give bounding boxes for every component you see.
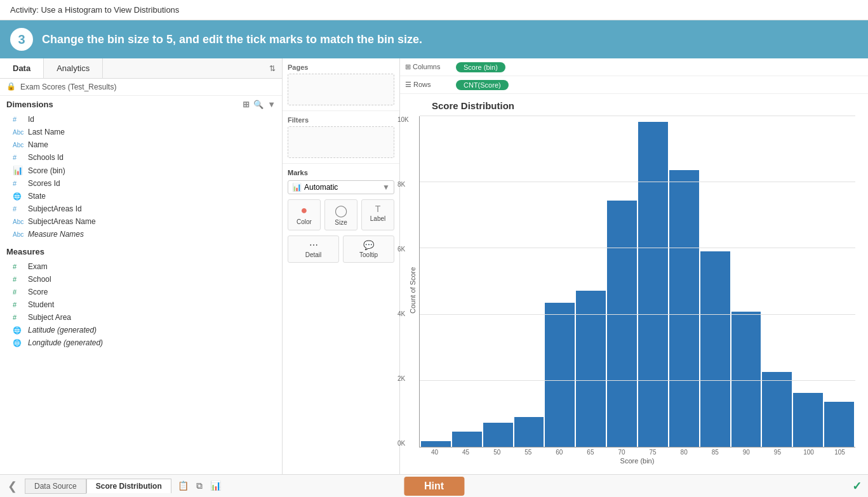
color-label: Color	[297, 218, 312, 225]
field-subjectarea[interactable]: # Subject Area	[0, 311, 282, 324]
abc-icon-3: Abc	[13, 218, 24, 225]
field-state[interactable]: 🌐 State	[0, 190, 282, 202]
field-measurenames[interactable]: Abc Measure Names	[0, 228, 282, 241]
tab-icons: 📋 ⧉ 📊	[175, 479, 224, 493]
field-student[interactable]: # Student	[0, 298, 282, 311]
color-btn[interactable]: ● Color	[288, 199, 321, 230]
chart-plot: 0K2K4K6K8K10K	[419, 116, 855, 447]
field-subjectarea-label: Subject Area	[28, 313, 71, 322]
hint-button[interactable]: Hint	[404, 477, 464, 496]
x-label-80: 80	[669, 449, 700, 456]
filters-section: Filters	[283, 111, 399, 164]
label-btn[interactable]: T Label	[361, 199, 394, 230]
field-schoolsid-label: Schools Id	[28, 153, 63, 162]
columns-pill[interactable]: Score (bin)	[456, 62, 505, 72]
x-label-100: 100	[793, 449, 824, 456]
hash-green-icon-3: #	[13, 288, 24, 296]
field-longitude[interactable]: 🌐 Longitude (generated)	[0, 336, 282, 349]
panel-tabs: Data Analytics ⇅	[0, 58, 282, 79]
field-scoresid-label: Scores Id	[28, 179, 60, 188]
field-exam-label: Exam	[28, 262, 48, 271]
field-longitude-label: Longitude (generated)	[28, 338, 103, 347]
gridline-1	[420, 380, 855, 381]
marks-type-dropdown[interactable]: 📊 Automatic ▼	[288, 180, 394, 194]
globe-icon-2: 🌐	[13, 326, 24, 335]
x-axis-title: Score (bin)	[419, 457, 855, 465]
measures-header: Measures	[0, 243, 282, 260]
tooltip-label: Tooltip	[359, 251, 378, 258]
x-label-50: 50	[481, 449, 512, 456]
data-source-tab[interactable]: Data Source	[25, 479, 86, 494]
field-scoresid[interactable]: # Scores Id	[0, 177, 282, 190]
bar-chart-icon: 📊	[292, 183, 302, 192]
field-subjectareasid[interactable]: # SubjectAreas Id	[0, 202, 282, 215]
bar-icon: 📊	[13, 166, 24, 175]
dropdown-arrow: ▼	[382, 183, 390, 192]
add-sheet-icon[interactable]: 📋	[175, 479, 191, 493]
marks-buttons2: ⋯ Detail 💬 Tooltip	[288, 235, 394, 263]
field-school[interactable]: # School	[0, 273, 282, 286]
nav-prev[interactable]: ❮	[0, 477, 25, 496]
y-labels: 0K2K4K6K8K10K	[397, 116, 409, 447]
y-gridlines	[420, 116, 855, 447]
dimensions-label: Dimensions	[6, 100, 53, 109]
tooltip-btn[interactable]: 💬 Tooltip	[343, 235, 394, 263]
filters-label: Filters	[288, 116, 394, 124]
x-label-95: 95	[762, 449, 793, 456]
tab-data[interactable]: Data	[0, 58, 44, 78]
tab-analytics[interactable]: Analytics	[44, 58, 103, 78]
new-sheet-icon[interactable]: 📊	[208, 479, 224, 493]
pages-section: Pages	[283, 58, 399, 111]
dimensions-list: # Id Abc Last Name Abc Name # Schools Id…	[0, 113, 282, 241]
field-id[interactable]: # Id	[0, 113, 282, 126]
instruction-text: Change the bin size to 5, and edit the t…	[42, 33, 422, 46]
field-exam[interactable]: # Exam	[0, 260, 282, 273]
field-scorebin-label: Score (bin)	[28, 166, 65, 175]
field-lastname[interactable]: Abc Last Name	[0, 126, 282, 138]
marks-section: Marks 📊 Automatic ▼ ● Color ◯ Size T Lab…	[283, 164, 399, 474]
shelf-panel: Pages Filters Marks 📊 Automatic ▼ ● Colo…	[283, 58, 400, 474]
rows-label: ☰ Rows	[405, 81, 456, 89]
chart-container: Score Distribution Count of Score 0K2K4K…	[400, 94, 868, 474]
y-label-8K: 8K	[397, 181, 409, 188]
field-name-label: Name	[28, 140, 48, 149]
field-score-label: Score	[28, 288, 48, 296]
x-label-45: 45	[450, 449, 481, 456]
field-subjectareasname-label: SubjectAreas Name	[28, 217, 96, 226]
dimensions-header: Dimensions ⊞ 🔍 ▼	[0, 96, 282, 113]
expand-icon[interactable]: ▼	[267, 100, 276, 109]
tooltip-icon: 💬	[363, 240, 374, 250]
field-latitude[interactable]: 🌐 Latitude (generated)	[0, 324, 282, 336]
data-source-row: 🔒 Exam Scores (Test_Results)	[0, 79, 282, 96]
detail-btn[interactable]: ⋯ Detail	[288, 235, 339, 263]
search-icon[interactable]: 🔍	[253, 100, 264, 109]
size-btn[interactable]: ◯ Size	[324, 199, 357, 230]
x-axis-labels: 404550556065707580859095100105	[419, 449, 855, 456]
hash-green-icon-5: #	[13, 314, 24, 321]
top-bar: Activity: Use a Histogram to View Distri…	[0, 0, 868, 20]
checkmark-btn[interactable]: ✓	[852, 479, 868, 493]
rows-pill[interactable]: CNT(Score)	[456, 80, 509, 90]
panel-sort-icon[interactable]: ⇅	[263, 59, 282, 78]
bottom-bar: ❮ Data Source Score Distribution 📋 ⧉ 📊 H…	[0, 474, 868, 497]
marks-buttons: ● Color ◯ Size T Label	[288, 199, 394, 230]
pages-dropzone[interactable]	[288, 74, 394, 105]
y-label-6K: 6K	[397, 246, 409, 253]
label-label: Label	[370, 215, 385, 222]
grid-icon[interactable]: ⊞	[243, 100, 250, 109]
globe-icon-3: 🌐	[13, 339, 24, 347]
field-schoolsid[interactable]: # Schools Id	[0, 151, 282, 164]
field-name[interactable]: Abc Name	[0, 138, 282, 151]
field-scorebin[interactable]: 📊 Score (bin)	[0, 164, 282, 177]
hash-icon: #	[13, 116, 24, 123]
step-circle: 3	[10, 28, 33, 51]
field-student-label: Student	[28, 300, 54, 309]
field-subjectareasname[interactable]: Abc SubjectAreas Name	[0, 215, 282, 228]
duplicate-sheet-icon[interactable]: ⧉	[194, 479, 205, 493]
field-school-label: School	[28, 275, 51, 284]
x-label-70: 70	[606, 449, 637, 456]
sheet-tab[interactable]: Score Distribution	[86, 479, 171, 493]
filters-dropzone[interactable]	[288, 126, 394, 158]
rows-shelf: ☰ Rows CNT(Score)	[400, 76, 868, 94]
field-score[interactable]: # Score	[0, 286, 282, 298]
